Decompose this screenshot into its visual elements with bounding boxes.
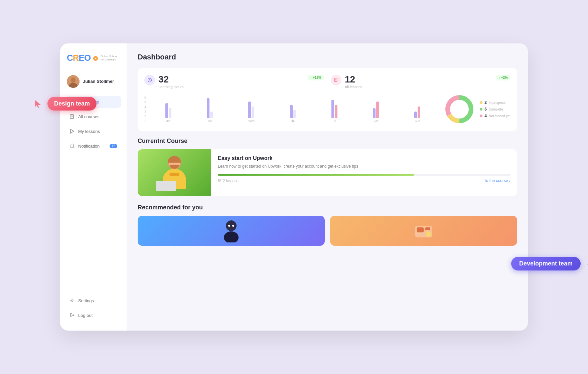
stat-hours-info: 32 Learning Hours <box>158 75 183 89</box>
legend-item-in-progress: 2 In progress <box>480 100 510 105</box>
sidebar-item-my-lessons[interactable]: My lessons <box>65 125 121 137</box>
legend-dot-green <box>480 108 482 111</box>
legend-count-not-started: 4 <box>484 114 487 118</box>
course-info: Easy start on Upwork Learn how to get st… <box>211 149 517 196</box>
current-course-section: Currentnt Course <box>138 138 517 196</box>
bar-thu-purple <box>290 105 293 118</box>
bar-group-sun: Sun <box>397 107 438 123</box>
sidebar: CREO Online School for Creatives <box>60 43 127 331</box>
bar-group-sat: Sat <box>355 102 396 123</box>
play-icon <box>69 129 75 134</box>
logo-play-button <box>93 56 98 61</box>
sidebar-item-all-courses[interactable]: All courses <box>65 111 121 123</box>
stat-lessons-info: 12 All lessons <box>345 75 362 89</box>
legend-item-not-started: 4 Not started yet <box>480 114 510 118</box>
bar-fri-purple <box>331 100 334 118</box>
legend-label-in-progress: In progress <box>489 101 505 105</box>
bell-icon <box>69 143 75 149</box>
dev-team-label: Development team <box>511 257 581 270</box>
bar-sun-pink <box>418 107 420 118</box>
rec-card-1-illustration <box>218 219 245 242</box>
bar-mon-light <box>169 108 171 118</box>
svg-point-13 <box>71 300 73 302</box>
lessons-icon-circle <box>331 75 341 85</box>
sidebar-item-settings-label: Settings <box>78 298 94 303</box>
page-title: Dashboard <box>138 53 517 61</box>
clock-icon <box>147 78 152 82</box>
bar-wed-light <box>252 107 254 118</box>
app-window: CREO Online School for Creatives <box>60 43 528 331</box>
sidebar-item-settings[interactable]: Settings <box>65 295 121 307</box>
svg-point-28 <box>232 225 234 227</box>
to-course-link[interactable]: To the course › <box>484 178 510 183</box>
bar-sun-purple <box>414 112 417 118</box>
rec-card-2[interactable] <box>330 216 517 246</box>
figure-logo <box>169 173 179 176</box>
bar-tue-light <box>210 112 213 118</box>
stat-lessons-number: 12 <box>345 75 362 84</box>
logo-o: O <box>84 53 91 63</box>
course-title: Easy start on Upwork <box>218 155 510 161</box>
progress-fill <box>218 174 414 176</box>
current-course-title: Currentnt Course <box>138 138 517 145</box>
sidebar-item-my-lessons-label: My lessons <box>78 129 100 134</box>
sidebar-item-logout[interactable]: Log out <box>65 309 121 321</box>
figure-hair <box>168 156 181 163</box>
bar-group-wed: Wed <box>231 102 272 123</box>
bar-group-thu: Thu <box>273 105 313 123</box>
bar-sat-purple <box>373 108 376 118</box>
legend-label-complete: Complete <box>489 108 503 111</box>
sidebar-item-notification[interactable]: Notification 15 <box>65 140 121 152</box>
course-desc: Learn how to get started on Upwork, crea… <box>218 163 510 169</box>
bar-fri-pink <box>335 105 337 118</box>
stat-hours-label: Learning Hours <box>158 85 183 89</box>
course-card: Easy start on Upwork Learn how to get st… <box>138 149 517 196</box>
svg-point-2 <box>71 77 76 83</box>
rec-card-1[interactable] <box>138 216 325 246</box>
sidebar-item-notification-label: Notification <box>78 144 100 149</box>
stat-learning-hours: 32 Learning Hours ↑ +12% <box>144 75 324 89</box>
logo-r: R <box>73 53 79 63</box>
user-info: Julian Stollmer <box>83 79 114 84</box>
svg-marker-11 <box>70 129 74 133</box>
legend-dot-pink <box>480 115 482 117</box>
svg-point-24 <box>451 101 468 118</box>
document-icon <box>334 78 338 82</box>
user-profile: Julian Stollmer <box>65 72 121 90</box>
bar-wed-purple <box>248 102 251 118</box>
legend-count-in-progress: 2 <box>484 100 487 105</box>
course-footer: 8/12 lessons To the course › <box>218 178 510 183</box>
svg-rect-30 <box>417 227 424 232</box>
bar-group-fri: Fri <box>314 100 355 123</box>
donut-svg <box>444 94 474 124</box>
bar-tue-purple <box>207 98 209 118</box>
svg-point-27 <box>228 225 230 227</box>
chart-donut-row: 6 5 4 3 2 1 <box>144 94 510 124</box>
recommended-section: Recommended for you <box>138 204 517 246</box>
svg-point-26 <box>224 231 239 242</box>
svg-rect-18 <box>334 78 337 81</box>
dev-team-tooltip: Development team <box>511 257 588 270</box>
user-name: Julian Stollmer <box>83 79 114 84</box>
avatar <box>67 75 80 88</box>
y-axis: 6 5 4 3 2 1 <box>144 96 146 123</box>
legend-count-complete: 6 <box>484 107 487 112</box>
logo-c: C <box>67 53 73 63</box>
stat-hours-badge: ↑ +12% <box>307 75 324 80</box>
svg-point-25 <box>226 220 237 231</box>
progress-bar <box>218 174 510 176</box>
course-figure <box>154 153 194 196</box>
stat-all-lessons: 12 All lessons ↑ +2% <box>331 75 510 89</box>
logo: CREO <box>67 53 98 63</box>
stat-lessons-label: All lessons <box>345 85 362 89</box>
stat-hours-number: 32 <box>158 75 183 84</box>
rec-card-2-illustration <box>410 219 437 242</box>
donut-chart <box>444 94 474 124</box>
cursor-purple-icon <box>584 258 588 269</box>
bar-sat-pink <box>376 102 379 118</box>
notification-badge: 15 <box>110 144 117 148</box>
bar-chart: 6 5 4 3 2 1 <box>144 94 438 123</box>
logo-e: E <box>79 53 84 63</box>
svg-point-32 <box>426 231 431 237</box>
legend-item-complete: 6 Complete <box>480 107 510 112</box>
